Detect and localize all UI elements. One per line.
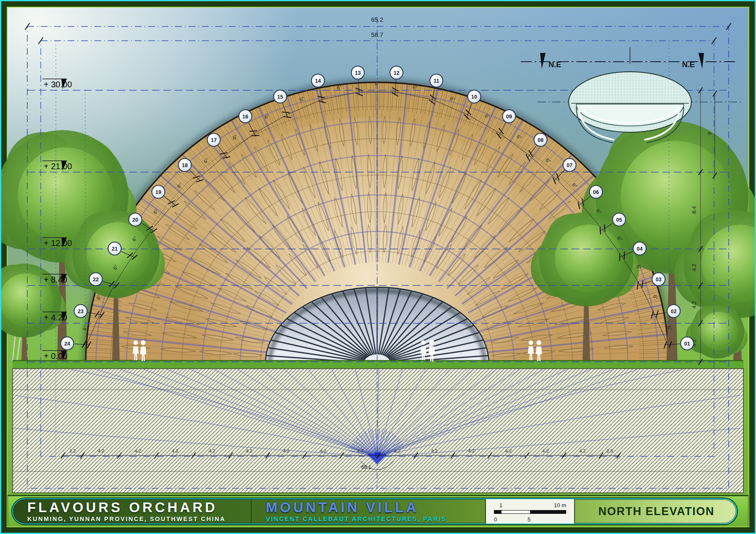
marker-number: 20 [132, 217, 138, 223]
marker-number: 10 [471, 94, 477, 100]
scale-label-10m: 10 m [554, 502, 566, 508]
scale-bar-panel: 1 10 m 0 5 [485, 499, 575, 524]
title-block: FLAVOURS ORCHARD KUNMING, YUNNAN PROVINC… [12, 498, 737, 524]
marker-number: 02 [671, 309, 677, 314]
marker-number: 13 [355, 70, 361, 76]
marker-number: 05 [616, 217, 622, 223]
angle-label: 6° [375, 81, 380, 86]
title-band: FLAVOURS ORCHARD KUNMING, YUNNAN PROVINC… [8, 495, 748, 526]
marker-number: 15 [277, 94, 283, 100]
marker-number: 24 [64, 341, 70, 347]
drawing-sheet: 68.1 + 30.00+ 21.00+ 12.00+ 8.40+ 4.20+ … [0, 0, 756, 534]
level-label: + 8.40 [44, 275, 67, 284]
ground-chain-label: 4.2 [579, 448, 585, 453]
marker-number: 16 [242, 114, 248, 120]
ground-chain-label: 4.2 [98, 448, 104, 453]
marker-number: 19 [155, 189, 161, 195]
elevation-drawing: 68.1 + 30.00+ 21.00+ 12.00+ 8.40+ 4.20+ … [0, 0, 756, 534]
ground-chain-label: 4.2 [357, 448, 363, 453]
marker-number: 12 [394, 70, 399, 76]
section-label-left: N.E [549, 60, 561, 69]
right-dimension: 4.2 [691, 301, 697, 309]
ground-chain-label: 4.2 [542, 448, 549, 453]
level-label: + 21.00 [44, 162, 72, 171]
right-dimension: 4.2 [691, 264, 697, 271]
scale-label-5: 5 [528, 516, 530, 523]
marker-number: 08 [538, 137, 543, 143]
ground-chain-label: 4.2 [468, 448, 475, 453]
level-flag: + 8.40 [42, 274, 67, 284]
marker-number: 18 [182, 162, 188, 168]
marker-number: 17 [211, 137, 217, 143]
level-flag: + 21.00 [42, 161, 72, 171]
architect-name: VINCENT CALLEBAUT ARCHITECTURES, PARIS [266, 516, 485, 522]
level-flag: + 0.00 [42, 351, 67, 361]
ground-chain-label: 4.2 [394, 448, 400, 453]
project-title: FLAVOURS ORCHARD [27, 500, 251, 515]
sheet-title: MOUNTAIN VILLA [266, 500, 485, 515]
right-dimension: 9 [706, 132, 713, 135]
scale-bar: 1 10 m 0 5 [494, 502, 566, 523]
ground-chain-label: 4.2 [505, 448, 512, 453]
marker-number: 07 [567, 162, 572, 168]
project-section: FLAVOURS ORCHARD KUNMING, YUNNAN PROVINC… [13, 499, 252, 524]
ground-chain-label: 4.2 [172, 448, 178, 453]
scale-bar-graphic [494, 510, 566, 514]
marker-number: 11 [433, 78, 439, 84]
scale-label-0: 0 [494, 516, 497, 523]
ground-chain-label: 4.2 [431, 448, 437, 453]
section-arrow-right [698, 53, 704, 69]
center-dimension-label: 68.1 [361, 464, 371, 470]
ground-chain-label: 4.2 [246, 448, 252, 453]
marker-number: 06 [593, 189, 599, 195]
ground-chain-label: 4.2 [320, 448, 326, 453]
level-flag: + 4.20 [42, 312, 67, 322]
sheet-section: MOUNTAIN VILLA VINCENT CALLEBAUT ARCHITE… [252, 499, 485, 524]
section-hatch [13, 369, 743, 493]
scale-label-1: 1 [499, 502, 502, 508]
view-name: NORTH ELEVATION [598, 505, 715, 518]
marker-number: 04 [637, 246, 643, 252]
level-flag: + 12.00 [42, 238, 72, 248]
marker-number: 23 [78, 309, 84, 314]
ground-section-hatch: 68.1 [13, 369, 743, 493]
section-arrow-left [540, 53, 546, 69]
level-label: + 4.20 [44, 313, 67, 322]
ground-chain-label: 2.0 [606, 448, 613, 453]
section-label-right: N.E [682, 60, 695, 69]
view-section: NORTH ELEVATION [575, 499, 736, 524]
key-plan: N.E N.E [521, 47, 743, 143]
marker-number: 01 [684, 341, 690, 347]
level-label: + 12.00 [44, 238, 72, 248]
ground-strip [13, 360, 743, 369]
level-flag: + 30.00 [42, 79, 72, 89]
level-label: + 30.00 [44, 80, 72, 89]
marker-number: 03 [656, 277, 662, 283]
ground-chain-label: 2.2 [69, 448, 76, 453]
top-dimension: 65.2 [371, 16, 383, 23]
marker-number: 21 [112, 246, 118, 252]
ground-chain-label: 4.2 [283, 448, 289, 453]
ground-chain-label: 4.2 [209, 448, 215, 453]
right-dimension: 8.4 [691, 206, 697, 214]
top-dimension: 58.7 [371, 31, 383, 38]
project-location: KUNMING, YUNNAN PROVINCE, SOUTHWEST CHIN… [27, 516, 251, 522]
ground-chain-label: 4.2 [135, 448, 141, 453]
marker-number: 14 [315, 78, 321, 84]
marker-number: 09 [506, 114, 512, 120]
marker-number: 22 [93, 277, 99, 283]
level-label: + 0.00 [44, 351, 67, 361]
